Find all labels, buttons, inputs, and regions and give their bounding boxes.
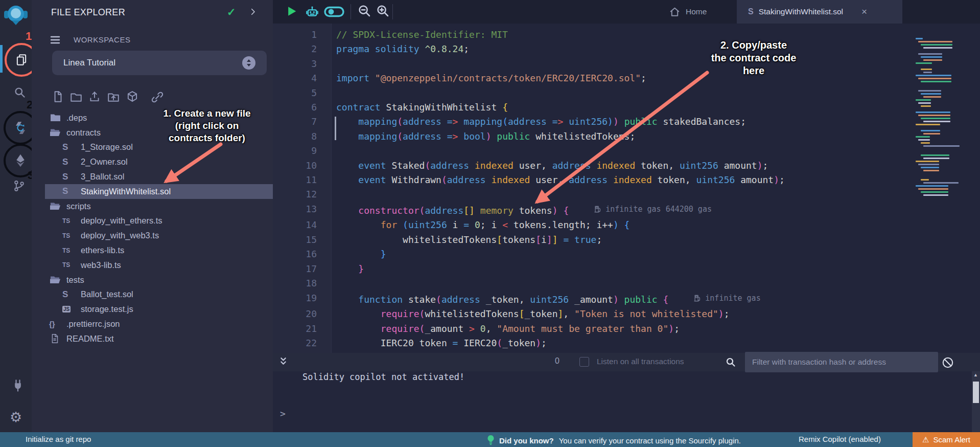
- file-tree-item-readme-txt[interactable]: README.txt: [32, 331, 273, 346]
- remix-logo[interactable]: [4, 3, 28, 28]
- code-line-19: 19 function stake(address _token, uint25…: [273, 291, 785, 307]
- file-label: storage.test.js: [81, 304, 133, 314]
- file-tree-item-deploy-with-ethers-ts[interactable]: TSdeploy_with_ethers.ts: [32, 214, 273, 229]
- copilot-toggle-switch[interactable]: [324, 5, 344, 19]
- code-line-8: 8 mapping(address => bool) public whitel…: [273, 129, 785, 144]
- line-content: require(whitelistedTokens[_token], "Toke…: [317, 307, 730, 321]
- file-tree-item-tests[interactable]: tests: [32, 273, 273, 287]
- code-editor[interactable]: 1// SPDX-License-Identifier: MIT2pragma …: [273, 24, 980, 353]
- minimap-line: [923, 158, 949, 159]
- scroll-up-arrow[interactable]: ▲: [973, 372, 978, 377]
- file-tree-item-stakingwithwhitelist-sol[interactable]: SStakingWithWhitelist.sol: [45, 184, 273, 199]
- zoom-out-icon[interactable]: [357, 3, 372, 18]
- minimap-line: [923, 96, 941, 98]
- line-content: [317, 276, 336, 290]
- run-script-play-icon[interactable]: [284, 4, 298, 18]
- minimap-line: [921, 167, 939, 168]
- line-number: 18: [273, 276, 317, 290]
- git-icon[interactable]: [12, 179, 26, 193]
- file-tree-item-web3-lib-ts[interactable]: TSweb3-lib.ts: [32, 258, 273, 273]
- file-label: README.txt: [66, 334, 114, 344]
- minimap-line: [923, 133, 940, 135]
- new-file-icon[interactable]: [51, 90, 64, 103]
- transaction-filter-input[interactable]: [745, 352, 938, 372]
- line-content: whitelistedTokens[tokens[i]] = true;: [317, 233, 602, 247]
- scrollbar-thumb[interactable]: [973, 382, 979, 403]
- file-tree-item--prettierrc-json[interactable]: {}.prettierrc.json: [32, 317, 273, 331]
- check-icon[interactable]: ✓: [227, 6, 236, 18]
- file-tree-item-3-ballot-sol[interactable]: S3_Ballot.sol: [32, 169, 273, 184]
- line-content: IERC20 token = IERC20(_token);: [317, 336, 547, 350]
- remix-ide-window: ⚙123 FILE EXPLORER ✓ WORKSPACES Linea Tu…: [0, 0, 980, 447]
- file-tree-item-storage-test-js[interactable]: JSstorage.test.js: [32, 302, 273, 317]
- terminal-search-icon[interactable]: [725, 356, 737, 368]
- file-label: tests: [66, 275, 84, 285]
- workspace-select[interactable]: Linea Tutorial: [52, 51, 267, 75]
- file-tree-item-2-owner-sol[interactable]: S2_Owner.sol: [32, 154, 273, 169]
- tab-home[interactable]: Home: [668, 0, 707, 24]
- line-content: contract StakingWithWhitelist {: [317, 100, 508, 115]
- file-tree-item-ethers-lib-ts[interactable]: TSethers-lib.ts: [32, 243, 273, 258]
- close-tab-icon[interactable]: ×: [861, 6, 867, 17]
- upload-file-icon[interactable]: [88, 90, 101, 103]
- minimap-line: [918, 115, 950, 116]
- solidity-icon: S: [62, 289, 68, 300]
- minimap-line: [923, 170, 939, 171]
- code-line-7: 7 mapping(address => mapping(address => …: [273, 115, 785, 129]
- line-content: import "@openzeppelin/contracts/token/ER…: [317, 71, 646, 85]
- line-number: 20: [273, 307, 317, 321]
- file-tree-item-deploy-with-web3-ts[interactable]: TSdeploy_with_web3.ts: [32, 228, 273, 243]
- hamburger-menu-icon[interactable]: [49, 34, 61, 46]
- solidity-icon: S: [62, 142, 68, 152]
- annotation-number-1: 1: [26, 30, 32, 43]
- editor-minimap[interactable]: [916, 38, 959, 207]
- zoom-in-icon[interactable]: [375, 3, 390, 18]
- terminal-scrollbar[interactable]: ▲: [972, 371, 980, 432]
- minimap-line: [921, 130, 940, 131]
- remix-copilot-status[interactable]: Remix Copilot (enabled): [799, 435, 881, 443]
- terminal-prompt[interactable]: >: [280, 408, 286, 419]
- collapse-terminal-icon[interactable]: [277, 355, 290, 368]
- settings-icon[interactable]: ⚙: [10, 409, 22, 425]
- upload-folder-icon[interactable]: [107, 90, 120, 103]
- copilot-robot-icon[interactable]: [305, 4, 320, 19]
- clear-console-icon[interactable]: [941, 356, 954, 369]
- listen-all-transactions-checkbox[interactable]: [579, 357, 589, 367]
- init-git-repo-button[interactable]: Initialize as git repo: [26, 435, 91, 443]
- minimap-line: [916, 124, 940, 125]
- panel-title: FILE EXPLORER: [51, 7, 125, 18]
- code-line-5: 5: [273, 86, 785, 100]
- file-label: deploy_with_web3.ts: [81, 231, 159, 240]
- tab-stakingwithwhitelist[interactable]: S StakingWithWhitelist.sol ×: [737, 0, 902, 24]
- line-number: 16: [273, 247, 317, 261]
- code-line-20: 20 require(whitelistedTokens[_token], "T…: [273, 307, 785, 321]
- minimap-line: [923, 145, 960, 147]
- line-number: 10: [273, 159, 317, 173]
- file-explorer-panel: FILE EXPLORER ✓ WORKSPACES Linea Tutoria…: [32, 0, 273, 432]
- folder-open-icon: [49, 274, 61, 286]
- minimap-line: [918, 41, 952, 42]
- scam-alert-button[interactable]: ⚠ Scam Alert: [913, 432, 980, 447]
- doc-icon: [49, 333, 60, 344]
- file-tree-item-ballot-test-sol[interactable]: SBallot_test.sol: [32, 287, 273, 302]
- minimap-line: [923, 121, 950, 122]
- terminal-panel: 0 Listen on all transactions Solidity co…: [273, 353, 980, 432]
- line-number: 13: [273, 202, 317, 218]
- link-icon[interactable]: [150, 90, 165, 104]
- file-label: scripts: [66, 202, 91, 211]
- file-label: .deps: [66, 113, 87, 123]
- ipfs-cube-icon[interactable]: [126, 90, 139, 103]
- plugin-manager-icon[interactable]: [11, 378, 25, 393]
- line-number: 15: [273, 233, 317, 247]
- minimap-line: [921, 179, 929, 181]
- search-icon[interactable]: [13, 85, 27, 99]
- file-label: web3-lib.ts: [81, 260, 121, 270]
- js-icon: JS: [62, 306, 71, 312]
- file-tree-item-scripts[interactable]: scripts: [32, 199, 273, 214]
- workspace-updown-icon[interactable]: [242, 56, 255, 70]
- new-folder-icon[interactable]: [69, 90, 83, 103]
- line-number: 22: [273, 336, 317, 350]
- chevron-right-icon[interactable]: [248, 7, 258, 16]
- workspaces-label: WORKSPACES: [74, 35, 130, 44]
- code-line-18: 18: [273, 276, 785, 290]
